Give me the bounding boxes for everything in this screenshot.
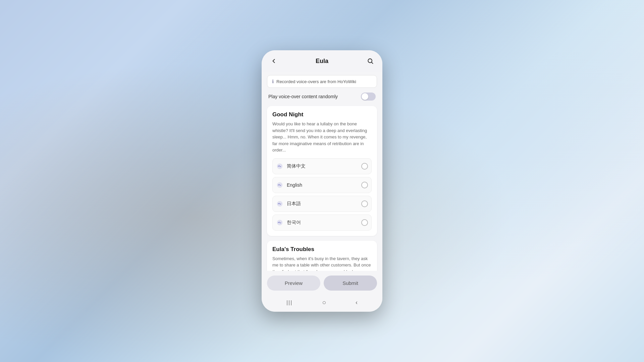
- radio-ja[interactable]: [361, 200, 368, 207]
- info-icon: ℹ: [272, 79, 274, 84]
- svg-point-7: [278, 203, 279, 204]
- toggle-row: Play voice-over content randomly: [267, 93, 377, 101]
- submit-button[interactable]: Submit: [324, 276, 377, 291]
- back-nav-icon[interactable]: ‹: [356, 299, 358, 306]
- search-button[interactable]: [365, 56, 376, 66]
- random-toggle[interactable]: [361, 93, 376, 101]
- good-night-title: Good Night: [272, 111, 372, 118]
- language-name-en: English: [287, 182, 302, 188]
- language-name-zh: 简体中文: [287, 163, 306, 169]
- nav-bar: ||| ○ ‹: [262, 295, 382, 312]
- svg-point-3: [278, 166, 279, 167]
- language-name-ko: 한국어: [287, 220, 301, 226]
- menu-nav-icon[interactable]: |||: [286, 300, 292, 306]
- info-text: Recorded voice-overs are from HoYoWiki: [276, 79, 356, 84]
- radio-zh-cn[interactable]: [361, 163, 368, 170]
- scroll-content: ℹ Recorded voice-overs are from HoYoWiki…: [262, 72, 382, 271]
- voice-icon-en: [276, 181, 283, 189]
- radio-ko[interactable]: [361, 219, 368, 226]
- svg-point-9: [278, 222, 279, 223]
- radio-en[interactable]: [361, 182, 368, 188]
- svg-line-1: [372, 62, 373, 64]
- preview-button[interactable]: Preview: [267, 276, 320, 291]
- voice-icon-ko: [276, 219, 283, 226]
- good-night-description: Would you like to hear a lullaby on the …: [272, 121, 372, 154]
- voice-icon: [276, 163, 283, 170]
- svg-point-5: [278, 184, 279, 185]
- language-option-en[interactable]: English: [272, 177, 372, 193]
- home-nav-icon[interactable]: ○: [322, 299, 326, 306]
- back-button[interactable]: [268, 56, 279, 66]
- bottom-bar: Preview Submit: [262, 271, 382, 295]
- page-title: Eula: [316, 58, 328, 65]
- toggle-label: Play voice-over content randomly: [268, 94, 338, 99]
- voice-icon-ja: [276, 200, 283, 207]
- language-option-ja[interactable]: 日本語: [272, 196, 372, 212]
- good-night-card: Good Night Would you like to hear a lull…: [267, 106, 377, 236]
- info-banner: ℹ Recorded voice-overs are from HoYoWiki: [267, 75, 377, 88]
- eulas-troubles-title: Eula's Troubles: [272, 246, 372, 253]
- language-option-zh-cn[interactable]: 简体中文: [272, 158, 372, 174]
- language-option-ko[interactable]: 한국어: [272, 215, 372, 231]
- eulas-troubles-card: Eula's Troubles Sometimes, when it's bus…: [267, 241, 377, 271]
- phone-container: Eula ℹ Recorded voice-overs are from HoY…: [262, 50, 382, 312]
- toggle-thumb: [362, 93, 368, 100]
- language-name-ja: 日本語: [287, 201, 301, 207]
- header: Eula: [262, 50, 382, 72]
- eulas-troubles-description: Sometimes, when it's busy in the tavern,…: [272, 255, 372, 271]
